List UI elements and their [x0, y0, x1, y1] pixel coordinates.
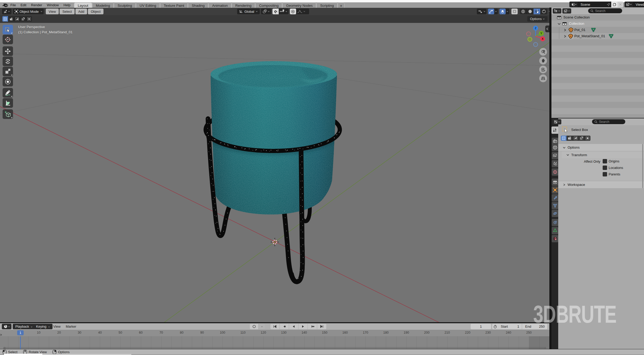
svg-text:X: X: [542, 37, 544, 40]
svg-text:Y: Y: [540, 32, 542, 35]
svg-text:Z: Z: [535, 27, 537, 30]
